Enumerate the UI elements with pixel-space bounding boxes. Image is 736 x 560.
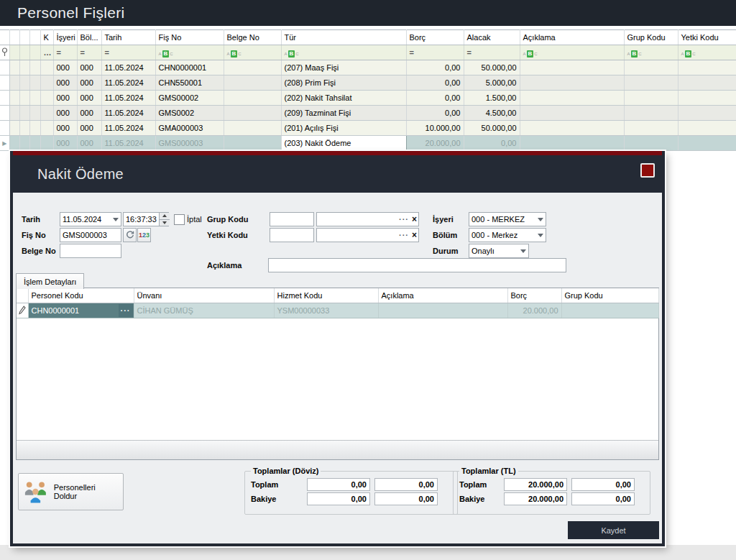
cell-fisno[interactable]: GMS0002: [155, 106, 224, 121]
refresh-icon[interactable]: [123, 228, 137, 242]
fisno-input[interactable]: [60, 228, 121, 242]
cell-k[interactable]: [40, 75, 53, 91]
tab-islem-detaylari[interactable]: İşlem Detayları: [16, 273, 84, 289]
cell-aciklama[interactable]: [520, 136, 624, 151]
filter-cell-yetki[interactable]: ABC: [678, 45, 736, 60]
cell-isyeri[interactable]: 000: [53, 75, 77, 91]
cell-borc[interactable]: 0,00: [406, 75, 464, 91]
yetki-kodu-field[interactable]: [272, 229, 311, 242]
filter-cell-tarih[interactable]: =: [101, 45, 155, 60]
cell-borc[interactable]: 20.000,00: [406, 136, 464, 151]
cell-k[interactable]: [40, 136, 53, 151]
col-header-fisno[interactable]: Fiş No: [155, 30, 224, 45]
table-row[interactable]: 000 000 11.05.2024 CHN0000001 (207) Maaş…: [0, 60, 736, 75]
cell-grup[interactable]: [624, 60, 678, 75]
col-header-belgeno[interactable]: Belge No: [224, 30, 281, 45]
cell-fisno[interactable]: GMS00002: [155, 91, 224, 106]
filter-cell-fisno[interactable]: ABC: [155, 45, 224, 60]
durum-combo[interactable]: Onaylı: [469, 244, 529, 258]
grup-kodu-field[interactable]: [272, 213, 311, 226]
cell-borc[interactable]: 0,00: [406, 60, 464, 75]
cell-fisno[interactable]: GMS000003: [155, 136, 224, 151]
cell-aciklama[interactable]: [520, 106, 624, 121]
col-header-grup[interactable]: Grup Kodu: [624, 30, 678, 45]
filter-cell-belgeno[interactable]: ABC: [224, 45, 281, 60]
table-row[interactable]: 000 000 11.05.2024 CHN550001 (208) Prim …: [0, 75, 736, 91]
bolum-combo[interactable]: 000 - Merkez: [469, 228, 546, 242]
cell-tarih[interactable]: 11.05.2024: [101, 136, 155, 151]
cell-fisno[interactable]: GMA000003: [155, 121, 224, 136]
cell-aciklama[interactable]: [520, 91, 624, 106]
filter-cell-k[interactable]: …: [40, 45, 53, 60]
belgeno-input[interactable]: [60, 244, 121, 258]
col-header-aciklama[interactable]: Açıklama: [520, 30, 624, 45]
aciklama-field[interactable]: [271, 259, 564, 272]
cell-alacak[interactable]: 4.500,00: [464, 106, 520, 121]
cell-bolum[interactable]: 000: [77, 91, 101, 106]
time-spinner[interactable]: 16:37:33: [123, 212, 169, 226]
cell-tur[interactable]: (201) Açılış Fişi: [281, 121, 406, 136]
cell-grup[interactable]: [624, 75, 678, 91]
isyeri-combo[interactable]: 000 - MERKEZ: [469, 212, 546, 226]
table-row[interactable]: 000 000 11.05.2024 GMA000003 (201) Açılı…: [0, 121, 736, 136]
filter-cell-aciklama[interactable]: ABC: [520, 45, 624, 60]
filter-cell-isyeri[interactable]: =: [53, 45, 77, 60]
save-button[interactable]: Kaydet: [568, 521, 659, 539]
cell-grup[interactable]: [624, 121, 678, 136]
cell-fisno[interactable]: CHN0000001: [155, 60, 224, 75]
tarih-date-combo[interactable]: 11.05.2024: [60, 212, 121, 226]
cell-isyeri[interactable]: 000: [53, 121, 77, 136]
yetki-kodu-input[interactable]: [270, 228, 314, 242]
cell-tur[interactable]: (203) Nakit Ödeme: [281, 136, 406, 151]
cell-belgeno[interactable]: [224, 106, 281, 121]
spin-down-icon[interactable]: [160, 219, 170, 226]
cell-tur[interactable]: (208) Prim Fişi: [281, 75, 406, 91]
cell-personel-kodu[interactable]: CHN0000001 ···: [28, 303, 134, 318]
filter-cell-grup[interactable]: ABC: [624, 45, 678, 60]
cell-detail-borc[interactable]: 20.000,00: [507, 303, 561, 318]
cell-k[interactable]: [40, 91, 53, 106]
cell-alacak[interactable]: 50.000,00: [464, 121, 520, 136]
grup-kodu-input[interactable]: [270, 212, 314, 226]
cell-grup[interactable]: [624, 136, 678, 151]
cell-grup[interactable]: [624, 106, 678, 121]
col-header-detail-borc[interactable]: Borç: [507, 288, 561, 303]
col-header-unvani[interactable]: Ünvanı: [134, 288, 274, 303]
cell-aciklama[interactable]: [520, 75, 624, 91]
cell-tarih[interactable]: 11.05.2024: [101, 75, 155, 91]
cell-alacak[interactable]: 1.500,00: [464, 91, 520, 106]
col-header-detail-aciklama[interactable]: Açıklama: [378, 288, 507, 303]
cell-bolum[interactable]: 000: [77, 136, 101, 151]
ellipsis-button[interactable]: ···: [399, 217, 409, 221]
cell-isyeri[interactable]: 000: [53, 60, 77, 75]
cell-isyeri[interactable]: 000: [53, 136, 77, 151]
clear-icon[interactable]: ×: [412, 214, 417, 224]
cell-alacak[interactable]: 5.000,00: [464, 75, 520, 91]
numbering-123-icon[interactable]: 123: [137, 228, 151, 242]
cell-aciklama[interactable]: [520, 121, 624, 136]
detail-row[interactable]: CHN0000001 ··· CİHAN GÜMÜŞ YSM00000033 2…: [17, 303, 658, 318]
cell-alacak[interactable]: 0,00: [464, 136, 520, 151]
cell-fisno[interactable]: CHN550001: [155, 75, 224, 91]
cell-tarih[interactable]: 11.05.2024: [101, 91, 155, 106]
cell-yetki[interactable]: [678, 121, 736, 136]
table-row[interactable]: ▶ 000 000 11.05.2024 GMS000003 (203) Nak…: [0, 136, 736, 151]
belgeno-field[interactable]: [63, 244, 119, 257]
table-row[interactable]: 000 000 11.05.2024 GMS00002 (202) Nakit …: [0, 91, 736, 106]
cell-tarih[interactable]: 11.05.2024: [101, 60, 155, 75]
col-header-borc[interactable]: Borç: [406, 30, 464, 45]
cell-tarih[interactable]: 11.05.2024: [101, 106, 155, 121]
filter-cell-alacak[interactable]: =: [464, 45, 520, 60]
cell-tur[interactable]: (209) Tazminat Fişi: [281, 106, 406, 121]
col-header-tarih[interactable]: Tarih: [101, 30, 155, 45]
cell-borc[interactable]: 10.000,00: [406, 121, 464, 136]
col-header-k[interactable]: K: [40, 30, 53, 45]
personelleri-doldur-button[interactable]: Personelleri Doldur: [18, 473, 124, 510]
col-header-yetki[interactable]: Yetki Kodu: [678, 30, 736, 45]
cell-belgeno[interactable]: [224, 136, 281, 151]
cell-borc[interactable]: 0,00: [406, 106, 464, 121]
cell-belgeno[interactable]: [224, 91, 281, 106]
cell-borc[interactable]: 0,00: [406, 91, 464, 106]
spin-up-icon[interactable]: [160, 213, 170, 219]
cell-bolum[interactable]: 000: [77, 75, 101, 91]
